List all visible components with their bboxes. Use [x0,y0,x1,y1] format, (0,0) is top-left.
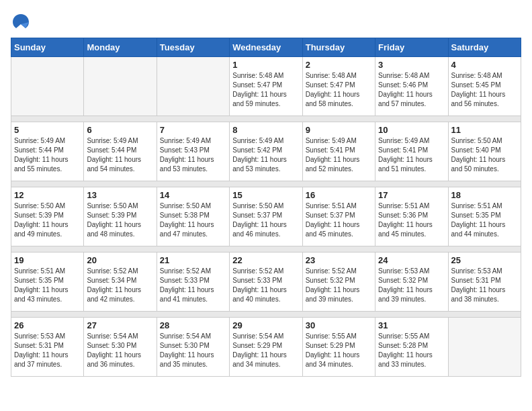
day-info-5: Sunrise: 5:49 AMSunset: 5:44 PMDaylight:… [14,136,81,174]
day-number-26: 26 [14,320,81,330]
day-info-23: Sunrise: 5:52 AMSunset: 5:32 PMDaylight:… [306,267,372,304]
day-number-18: 18 [451,190,518,200]
day-cell-15: 15Sunrise: 5:50 AMSunset: 5:37 PMDayligh… [230,187,302,246]
empty-cell [84,57,157,116]
day-info-26: Sunrise: 5:53 AMSunset: 5:31 PMDaylight:… [14,332,81,369]
weekday-header-monday: Monday [84,38,157,57]
day-number-9: 9 [306,125,372,135]
day-cell-2: 2Sunrise: 5:48 AMSunset: 5:47 PMDaylight… [302,57,375,116]
day-number-14: 14 [160,190,226,200]
day-info-19: Sunrise: 5:51 AMSunset: 5:35 PMDaylight:… [14,267,81,304]
day-cell-25: 25Sunrise: 5:53 AMSunset: 5:31 PMDayligh… [448,253,521,312]
day-number-19: 19 [14,255,81,265]
day-number-27: 27 [87,320,153,330]
day-number-20: 20 [87,255,153,265]
day-cell-18: 18Sunrise: 5:51 AMSunset: 5:35 PMDayligh… [448,187,521,246]
day-cell-7: 7Sunrise: 5:49 AMSunset: 5:43 PMDaylight… [157,122,229,181]
day-number-30: 30 [306,320,372,330]
day-number-12: 12 [14,190,81,200]
day-info-20: Sunrise: 5:52 AMSunset: 5:34 PMDaylight:… [87,267,153,304]
day-cell-11: 11Sunrise: 5:50 AMSunset: 5:40 PMDayligh… [448,122,521,181]
day-cell-10: 10Sunrise: 5:49 AMSunset: 5:41 PMDayligh… [375,122,448,181]
day-cell-17: 17Sunrise: 5:51 AMSunset: 5:36 PMDayligh… [375,187,448,246]
day-number-13: 13 [87,190,153,200]
day-number-29: 29 [232,320,299,330]
day-number-17: 17 [378,190,445,200]
empty-cell [11,57,84,116]
day-number-16: 16 [306,190,372,200]
day-info-1: Sunrise: 5:48 AMSunset: 5:47 PMDaylight:… [232,71,299,109]
day-info-8: Sunrise: 5:49 AMSunset: 5:42 PMDaylight:… [232,136,299,174]
day-cell-8: 8Sunrise: 5:49 AMSunset: 5:42 PMDaylight… [230,122,302,181]
week-row-1: 1Sunrise: 5:48 AMSunset: 5:47 PMDaylight… [11,57,521,116]
day-cell-19: 19Sunrise: 5:51 AMSunset: 5:35 PMDayligh… [11,253,84,312]
day-info-18: Sunrise: 5:51 AMSunset: 5:35 PMDaylight:… [451,201,518,239]
day-cell-3: 3Sunrise: 5:48 AMSunset: 5:46 PMDaylight… [375,57,448,116]
day-cell-21: 21Sunrise: 5:52 AMSunset: 5:33 PMDayligh… [157,253,229,312]
week-spacer-1 [11,116,521,122]
week-spacer-cell [11,312,521,318]
day-info-15: Sunrise: 5:50 AMSunset: 5:37 PMDaylight:… [232,201,299,239]
day-info-7: Sunrise: 5:49 AMSunset: 5:43 PMDaylight:… [160,136,226,174]
day-info-30: Sunrise: 5:55 AMSunset: 5:29 PMDaylight:… [306,332,372,369]
day-cell-9: 9Sunrise: 5:49 AMSunset: 5:41 PMDaylight… [302,122,375,181]
week-spacer-cell [11,116,521,122]
day-number-31: 31 [378,320,445,330]
day-info-31: Sunrise: 5:55 AMSunset: 5:28 PMDaylight:… [378,332,445,369]
day-info-13: Sunrise: 5:50 AMSunset: 5:39 PMDaylight:… [87,201,153,239]
day-cell-1: 1Sunrise: 5:48 AMSunset: 5:47 PMDaylight… [230,57,302,116]
day-info-22: Sunrise: 5:52 AMSunset: 5:33 PMDaylight:… [232,267,299,304]
day-number-5: 5 [14,125,81,135]
weekday-header-sunday: Sunday [11,38,84,57]
logo-icon [11,11,31,31]
empty-cell [448,318,521,377]
day-info-11: Sunrise: 5:50 AMSunset: 5:40 PMDaylight:… [451,136,518,174]
day-number-3: 3 [378,60,445,70]
day-cell-16: 16Sunrise: 5:51 AMSunset: 5:37 PMDayligh… [302,187,375,246]
day-info-4: Sunrise: 5:48 AMSunset: 5:45 PMDaylight:… [451,71,518,109]
day-info-29: Sunrise: 5:54 AMSunset: 5:29 PMDaylight:… [232,332,299,369]
day-cell-6: 6Sunrise: 5:49 AMSunset: 5:44 PMDaylight… [84,122,157,181]
week-spacer-3 [11,246,521,253]
day-info-21: Sunrise: 5:52 AMSunset: 5:33 PMDaylight:… [160,267,226,304]
day-info-24: Sunrise: 5:53 AMSunset: 5:32 PMDaylight:… [378,267,445,304]
day-number-11: 11 [451,125,518,135]
week-spacer-2 [11,181,521,187]
day-info-28: Sunrise: 5:54 AMSunset: 5:30 PMDaylight:… [160,332,226,369]
day-number-7: 7 [160,125,226,135]
day-cell-27: 27Sunrise: 5:54 AMSunset: 5:30 PMDayligh… [84,318,157,377]
day-cell-26: 26Sunrise: 5:53 AMSunset: 5:31 PMDayligh… [11,318,84,377]
day-number-22: 22 [232,255,299,265]
day-number-6: 6 [87,125,153,135]
weekday-header-saturday: Saturday [448,38,521,57]
day-number-15: 15 [232,190,299,200]
header [11,11,521,31]
weekday-header-row: SundayMondayTuesdayWednesdayThursdayFrid… [11,38,521,57]
day-info-2: Sunrise: 5:48 AMSunset: 5:47 PMDaylight:… [306,71,372,109]
weekday-header-thursday: Thursday [302,38,375,57]
day-number-2: 2 [306,60,372,70]
week-row-3: 12Sunrise: 5:50 AMSunset: 5:39 PMDayligh… [11,187,521,246]
day-info-25: Sunrise: 5:53 AMSunset: 5:31 PMDaylight:… [451,267,518,304]
day-info-14: Sunrise: 5:50 AMSunset: 5:38 PMDaylight:… [160,201,226,239]
day-number-1: 1 [232,60,299,70]
week-spacer-4 [11,312,521,318]
day-number-28: 28 [160,320,226,330]
week-spacer-cell [11,246,521,253]
day-info-6: Sunrise: 5:49 AMSunset: 5:44 PMDaylight:… [87,136,153,174]
day-number-21: 21 [160,255,226,265]
day-cell-29: 29Sunrise: 5:54 AMSunset: 5:29 PMDayligh… [230,318,302,377]
day-number-4: 4 [451,60,518,70]
day-cell-20: 20Sunrise: 5:52 AMSunset: 5:34 PMDayligh… [84,253,157,312]
day-number-23: 23 [306,255,372,265]
calendar: SundayMondayTuesdayWednesdayThursdayFrid… [11,38,521,377]
empty-cell [157,57,229,116]
weekday-header-tuesday: Tuesday [157,38,229,57]
day-info-12: Sunrise: 5:50 AMSunset: 5:39 PMDaylight:… [14,201,81,239]
day-cell-22: 22Sunrise: 5:52 AMSunset: 5:33 PMDayligh… [230,253,302,312]
day-cell-12: 12Sunrise: 5:50 AMSunset: 5:39 PMDayligh… [11,187,84,246]
day-cell-28: 28Sunrise: 5:54 AMSunset: 5:30 PMDayligh… [157,318,229,377]
day-number-24: 24 [378,255,445,265]
day-cell-14: 14Sunrise: 5:50 AMSunset: 5:38 PMDayligh… [157,187,229,246]
day-info-27: Sunrise: 5:54 AMSunset: 5:30 PMDaylight:… [87,332,153,369]
